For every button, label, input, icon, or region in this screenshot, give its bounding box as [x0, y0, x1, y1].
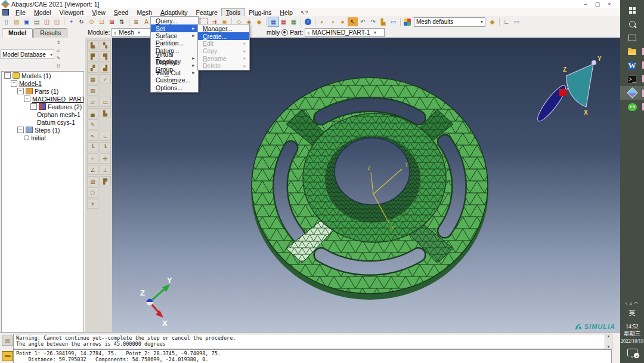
auto-fit-icon[interactable]: ⊠	[107, 17, 117, 26]
mesh-controls-icon[interactable]: ▞	[87, 63, 98, 73]
loop-select-icon[interactable]: ⬡	[87, 187, 98, 198]
filter-bulb-icon[interactable]: ʘ	[55, 62, 62, 70]
undo-icon[interactable]: ↶	[358, 17, 368, 26]
mesh-view-blue-icon[interactable]: ▦	[268, 17, 278, 26]
magnify-view-icon[interactable]: ⊙	[86, 17, 97, 26]
tab-results[interactable]: Results	[33, 28, 67, 38]
volume-icon[interactable]: ♫	[629, 301, 634, 306]
box-zoom-icon[interactable]: ⊡	[97, 17, 107, 26]
menu-plug-ins[interactable]: Plug-ins	[244, 9, 275, 16]
tree-node-initial[interactable]: Initial	[2, 134, 83, 141]
spin-updown-icon[interactable]: ⇕	[55, 39, 62, 47]
word-icon[interactable]: W	[620, 59, 644, 72]
notification-center-icon[interactable]: 2	[627, 349, 637, 356]
compass-y-handle[interactable]	[592, 60, 596, 65]
tree-node-parts-1[interactable]: −Parts (1)	[2, 87, 83, 95]
mesh-view-green-icon[interactable]: ▦	[289, 17, 299, 26]
open-icon[interactable]: ▨	[11, 17, 21, 26]
ime-indicator[interactable]: 英	[620, 309, 644, 318]
rotate-view-icon[interactable]: ↻	[76, 17, 86, 26]
paste-icon[interactable]: ▱	[55, 47, 62, 54]
intersect-view-icon[interactable]: ◑	[327, 17, 338, 26]
edit-mesh-icon[interactable]: ✎	[87, 119, 98, 130]
render-beam-profiles-icon[interactable]: ≣	[131, 17, 141, 26]
customize-tools-icon[interactable]: ✳	[87, 199, 98, 209]
cycle-views-icon[interactable]: ⇅	[117, 17, 127, 26]
menu-item-set[interactable]: Set►	[151, 24, 198, 32]
verify-mesh-icon[interactable]: ✓	[100, 74, 111, 84]
element-type-icon[interactable]: ▟	[100, 63, 111, 73]
new-model-icon[interactable]: ▯	[1, 17, 11, 26]
associate-mesh-icon[interactable]: ↖	[87, 131, 98, 141]
menu-feature[interactable]: Feature	[192, 9, 222, 16]
save-icon[interactable]: ▣	[21, 17, 32, 26]
bottom-up-region-icon[interactable]: ▙	[100, 108, 111, 118]
meshed-part[interactable]	[251, 78, 488, 300]
datum-axes-icon[interactable]: ∟	[501, 17, 512, 26]
prompt-expand-button[interactable]: >>>	[2, 351, 13, 361]
menu-viewport[interactable]: Viewport	[55, 9, 88, 16]
restore-icon[interactable]: ▢	[592, 1, 603, 7]
datum-csys-icon[interactable]: ⊥	[100, 165, 111, 175]
tree-node-models-1[interactable]: −Models (1)	[2, 72, 83, 79]
menu-item-options[interactable]: Options...	[151, 84, 198, 91]
tree-expander-icon[interactable]: −	[17, 88, 24, 94]
shaded-element-icon[interactable]: ▧	[87, 85, 98, 96]
odb-database-icon[interactable]: ◫	[52, 17, 62, 26]
tree-node-orphan-mesh-1[interactable]: Orphan mesh-1	[2, 110, 83, 118]
seed-edges-icon[interactable]: ▚	[100, 40, 111, 50]
bottom-up-mesh-icon[interactable]: ▄	[87, 108, 98, 118]
tree-expander-icon[interactable]: −	[17, 127, 24, 133]
menu-tools[interactable]: Tools	[222, 9, 245, 16]
message-scrollbar[interactable]: ▲ ▼	[605, 334, 612, 349]
menu-view[interactable]: View	[88, 9, 110, 16]
search-icon[interactable]	[620, 17, 644, 31]
menu-item-surface[interactable]: Surface►	[151, 32, 198, 39]
tree-node-datum-csys-1[interactable]: Datum csys-1	[2, 118, 83, 126]
task-view-icon[interactable]	[620, 31, 644, 45]
terminal-icon[interactable]: >_	[620, 72, 644, 86]
menu-item-customize[interactable]: Customize...	[151, 76, 198, 84]
spinner-icon[interactable]: ⇕	[113, 31, 117, 35]
tree-expander-icon[interactable]: −	[24, 96, 30, 102]
start-button[interactable]	[620, 4, 644, 17]
model-database-icon[interactable]: ◫	[42, 17, 52, 26]
file-explorer-icon[interactable]	[620, 45, 644, 59]
drag-region-icon[interactable]: ▧	[87, 176, 98, 186]
circle-view-icon[interactable]: ●	[338, 17, 348, 26]
tree-expander-icon[interactable]: −	[4, 72, 11, 79]
datum-axis-icon[interactable]: ✛	[100, 153, 111, 164]
compass-center-handle[interactable]	[559, 89, 566, 96]
tree-node-model-1[interactable]: −Model-1	[2, 79, 83, 87]
context-help-icon[interactable]: ↖?	[301, 10, 308, 16]
copy-mesh-icon[interactable]: ▱	[87, 97, 98, 107]
tree-expander-icon[interactable]: −	[11, 80, 17, 87]
orient-part-icon[interactable]: ▛	[100, 176, 111, 186]
viewport-system-icon[interactable]	[2, 9, 9, 16]
menu-model[interactable]: Model	[30, 9, 55, 16]
mesh-edit-tools-icon[interactable]: ┗	[87, 142, 98, 152]
part-radio[interactable]	[281, 29, 288, 36]
seed-part-icon[interactable]: ▙	[87, 40, 98, 50]
tree-expander-icon[interactable]: −	[30, 103, 37, 110]
probe-icon[interactable]: ↖	[348, 17, 358, 26]
color-code-icon[interactable]	[404, 19, 411, 26]
job-monitor-icon[interactable]: ▭	[388, 17, 398, 26]
menu-item-partition[interactable]: Partition...	[151, 39, 198, 47]
adaptive-remesh-icon[interactable]: ∟	[100, 131, 111, 141]
network-icon[interactable]: ◠	[634, 301, 639, 306]
menu-seed[interactable]: Seed	[110, 9, 133, 16]
scroll-down-icon[interactable]: ▼	[607, 345, 611, 349]
menu-mesh[interactable]: Mesh	[132, 9, 156, 16]
abaqus-icon[interactable]	[620, 86, 644, 100]
print-icon[interactable]: ▤	[32, 17, 42, 26]
spinner-icon[interactable]: ⇕	[306, 31, 310, 35]
menu-item-query[interactable]: Query...	[151, 17, 198, 24]
measure-angle-icon[interactable]: ∠	[87, 165, 98, 175]
menu-item-manager[interactable]: Manager...	[198, 25, 249, 32]
tree-node-features-2[interactable]: −Features (2)	[2, 103, 83, 110]
query-tree-icon[interactable]: ▙	[378, 17, 388, 26]
pan-view-icon[interactable]: +	[66, 17, 76, 26]
part-combo[interactable]: ⇕MACHINED_PART-1 ▾	[305, 28, 385, 37]
info-icon[interactable]: i	[305, 19, 311, 25]
